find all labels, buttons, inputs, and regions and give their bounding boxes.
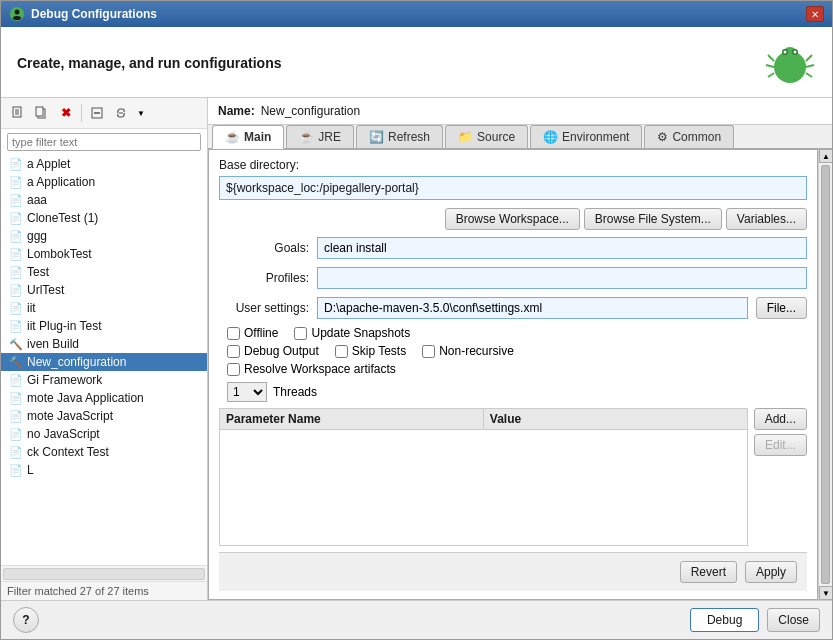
profiles-row: Profiles: <box>219 266 807 290</box>
tabs-bar: ☕ Main ☕ JRE 🔄 Refresh 📁 Source 🌐 E <box>208 125 832 149</box>
list-item[interactable]: 📄mote Java Application <box>1 389 207 407</box>
goals-row: Goals: <box>219 236 807 260</box>
browse-filesystem-button[interactable]: Browse File System... <box>584 208 722 230</box>
toolbar-separator-1 <box>81 104 82 122</box>
jre-tab-icon: ☕ <box>299 130 314 144</box>
svg-line-14 <box>806 73 812 77</box>
window-title: Debug Configurations <box>31 7 157 21</box>
resolve-workspace-checkbox[interactable]: Resolve Workspace artifacts <box>227 362 396 376</box>
new-config-button[interactable] <box>7 102 29 124</box>
list-item[interactable]: 🔨iven Build <box>1 335 207 353</box>
list-item[interactable]: 📄mote JavaScript <box>1 407 207 425</box>
list-item[interactable]: 📄a Applet <box>1 155 207 173</box>
svg-line-9 <box>768 55 774 61</box>
add-param-button[interactable]: Add... <box>754 408 807 430</box>
list-item[interactable]: 📄aaa <box>1 191 207 209</box>
offline-checkbox[interactable]: Offline <box>227 326 278 340</box>
params-table-wrap: Parameter Name Value Add... Edit... <box>219 408 807 546</box>
toolbar-dropdown[interactable]: ▼ <box>110 102 149 124</box>
profiles-input[interactable] <box>317 267 807 289</box>
param-value-column-header: Value <box>484 409 747 429</box>
list-item[interactable]: 📄iit <box>1 299 207 317</box>
edit-param-button[interactable]: Edit... <box>754 434 807 456</box>
tab-main[interactable]: ☕ Main <box>212 125 284 149</box>
profiles-label: Profiles: <box>219 271 309 285</box>
scroll-down-arrow[interactable]: ▼ <box>819 586 832 600</box>
help-button[interactable]: ? <box>13 607 39 633</box>
refresh-tab-icon: 🔄 <box>369 130 384 144</box>
svg-point-7 <box>784 51 787 54</box>
non-recursive-checkbox[interactable]: Non-recursive <box>422 344 514 358</box>
list-item[interactable]: 📄Gi Framework <box>1 371 207 389</box>
debug-output-checkbox[interactable]: Debug Output <box>227 344 319 358</box>
svg-line-13 <box>806 65 814 67</box>
list-item[interactable]: 📄LombokTest <box>1 245 207 263</box>
left-footer: Filter matched 27 of 27 items <box>1 581 207 600</box>
table-body <box>220 430 747 490</box>
hscroll-thumb[interactable] <box>3 568 205 580</box>
apply-button[interactable]: Apply <box>745 561 797 583</box>
table-header-row: Parameter Name Value <box>220 409 747 430</box>
threads-label: Threads <box>273 385 317 399</box>
bug-icon <box>764 37 816 89</box>
close-button[interactable]: ✕ <box>806 6 824 22</box>
main-content: ✖ ▼ <box>1 98 832 600</box>
list-item[interactable]: 📄CloneTest (1) <box>1 209 207 227</box>
list-item[interactable]: 📄Test <box>1 263 207 281</box>
title-bar: Debug Configurations ✕ <box>1 1 832 27</box>
svg-point-1 <box>15 10 20 15</box>
footer-right: Debug Close <box>690 608 820 632</box>
left-panel: ✖ ▼ <box>1 98 208 600</box>
tab-common[interactable]: ⚙ Common <box>644 125 734 148</box>
header-area: Create, manage, and run configurations <box>1 27 832 98</box>
footer-left: ? <box>13 607 39 633</box>
debug-button[interactable]: Debug <box>690 608 759 632</box>
tab-environment[interactable]: 🌐 Environment <box>530 125 642 148</box>
table-side-buttons: Add... Edit... <box>754 408 807 546</box>
toolbar: ✖ ▼ <box>1 98 207 129</box>
list-item[interactable]: 📄ggg <box>1 227 207 245</box>
goals-input[interactable] <box>317 237 807 259</box>
close-dialog-button[interactable]: Close <box>767 608 820 632</box>
user-settings-row: User settings: File... <box>219 296 807 320</box>
name-row: Name: <box>208 98 832 125</box>
scroll-thumb[interactable] <box>821 165 830 584</box>
window-icon <box>9 6 25 22</box>
delete-button[interactable]: ✖ <box>55 102 77 124</box>
list-item-selected[interactable]: 🔨New_configuration <box>1 353 207 371</box>
base-directory-label: Base directory: <box>219 158 807 172</box>
tab-refresh[interactable]: 🔄 Refresh <box>356 125 443 148</box>
base-directory-section: Base directory: Browse Workspace... Brow… <box>219 158 807 230</box>
update-snapshots-checkbox[interactable]: Update Snapshots <box>294 326 410 340</box>
skip-tests-checkbox[interactable]: Skip Tests <box>335 344 406 358</box>
browse-workspace-button[interactable]: Browse Workspace... <box>445 208 580 230</box>
revert-button[interactable]: Revert <box>680 561 737 583</box>
tab-source[interactable]: 📁 Source <box>445 125 528 148</box>
list-item[interactable]: 📄ck Context Test <box>1 443 207 461</box>
user-settings-input[interactable] <box>317 297 748 319</box>
checkbox-row-3: Resolve Workspace artifacts <box>227 362 807 376</box>
base-directory-input[interactable] <box>219 176 807 200</box>
horizontal-scrollbar[interactable] <box>1 565 207 581</box>
copy-button[interactable] <box>31 102 53 124</box>
goals-label: Goals: <box>219 241 309 255</box>
browse-buttons: Browse Workspace... Browse File System..… <box>219 208 807 230</box>
variables-button[interactable]: Variables... <box>726 208 807 230</box>
scroll-up-arrow[interactable]: ▲ <box>819 149 832 163</box>
list-item[interactable]: 📄iit Plug-in Test <box>1 317 207 335</box>
filter-input[interactable] <box>7 133 201 151</box>
list-item[interactable]: 📄L <box>1 461 207 479</box>
tab-jre[interactable]: ☕ JRE <box>286 125 354 148</box>
threads-select[interactable]: 1 2 4 <box>227 382 267 402</box>
list-item[interactable]: 📄a Application <box>1 173 207 191</box>
name-input[interactable] <box>261 104 822 118</box>
toolbar-dropdown-btn[interactable]: ▼ <box>133 102 149 124</box>
link-button[interactable] <box>110 102 132 124</box>
vertical-scrollbar[interactable]: ▲ ▼ <box>818 149 832 600</box>
list-item[interactable]: 📄UrlTest <box>1 281 207 299</box>
source-tab-icon: 📁 <box>458 130 473 144</box>
list-item[interactable]: 📄no JavaScript <box>1 425 207 443</box>
collapse-button[interactable] <box>86 102 108 124</box>
file-button[interactable]: File... <box>756 297 807 319</box>
environment-tab-icon: 🌐 <box>543 130 558 144</box>
